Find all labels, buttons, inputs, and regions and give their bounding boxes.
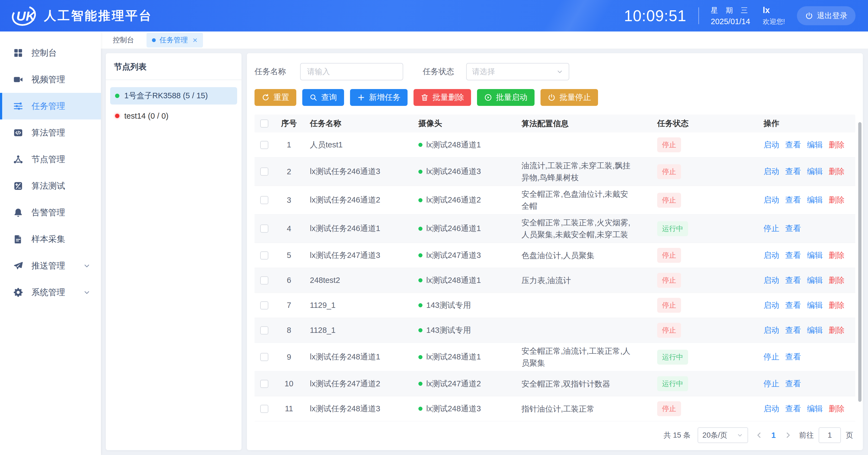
sidebar-item-algtest[interactable]: 算法测试 bbox=[0, 173, 101, 199]
table-header: 序号 任务名称 摄像头 算法配置信息 任务状态 操作 bbox=[254, 115, 855, 132]
next-page-button[interactable] bbox=[784, 431, 792, 439]
action-delete[interactable]: 删除 bbox=[829, 403, 844, 414]
action-edit[interactable]: 编辑 bbox=[807, 140, 823, 150]
action-stop[interactable]: 停止 bbox=[764, 223, 779, 234]
sidebar-item-alarm[interactable]: 告警管理 bbox=[0, 199, 101, 226]
row-actions: 启动查看编辑删除 bbox=[757, 166, 855, 177]
action-edit[interactable]: 编辑 bbox=[807, 195, 823, 206]
action-start[interactable]: 启动 bbox=[764, 166, 779, 177]
camera-name: lx测试247通道2 bbox=[426, 378, 481, 389]
sidebar-item-algorithm[interactable]: 算法管理 bbox=[0, 119, 101, 146]
action-view[interactable]: 查看 bbox=[785, 223, 801, 234]
row-checkbox[interactable] bbox=[260, 141, 268, 149]
row-checkbox[interactable] bbox=[260, 326, 268, 334]
username: lx bbox=[763, 5, 785, 15]
tab-console[interactable]: 控制台 bbox=[113, 35, 134, 45]
action-edit[interactable]: 编辑 bbox=[807, 325, 823, 336]
action-start[interactable]: 启动 bbox=[764, 325, 779, 336]
sidebar-item-console[interactable]: 控制台 bbox=[0, 40, 101, 66]
add-task-button[interactable]: 新增任务 bbox=[350, 89, 407, 106]
action-edit[interactable]: 编辑 bbox=[807, 275, 823, 286]
action-edit[interactable]: 编辑 bbox=[807, 250, 823, 261]
action-edit[interactable]: 编辑 bbox=[807, 300, 823, 311]
action-view[interactable]: 查看 bbox=[785, 300, 801, 311]
sidebar-item-label: 算法测试 bbox=[31, 180, 65, 192]
action-view[interactable]: 查看 bbox=[785, 195, 801, 206]
action-delete[interactable]: 删除 bbox=[829, 140, 844, 150]
action-view[interactable]: 查看 bbox=[785, 378, 801, 389]
action-view[interactable]: 查看 bbox=[785, 275, 801, 286]
sidebar-item-node[interactable]: 节点管理 bbox=[0, 146, 101, 173]
row-checkbox[interactable] bbox=[260, 405, 268, 413]
row-checkbox[interactable] bbox=[260, 301, 268, 309]
row-index: 11 bbox=[274, 404, 304, 413]
action-stop[interactable]: 停止 bbox=[764, 352, 779, 362]
code-icon bbox=[13, 128, 23, 138]
sidebar-item-video[interactable]: 视频管理 bbox=[0, 66, 101, 93]
refresh-icon bbox=[261, 93, 270, 101]
action-start[interactable]: 启动 bbox=[764, 275, 779, 286]
batch-stop-button[interactable]: 批量停止 bbox=[540, 89, 598, 106]
action-delete[interactable]: 删除 bbox=[829, 300, 844, 311]
action-start[interactable]: 启动 bbox=[764, 140, 779, 150]
camera-cell: lx测试246通道2 bbox=[412, 195, 516, 206]
sidebar-item-sample[interactable]: 样本采集 bbox=[0, 226, 101, 252]
batch-start-button[interactable]: 批量启动 bbox=[477, 89, 534, 106]
action-stop[interactable]: 停止 bbox=[764, 378, 779, 389]
task-status-select[interactable]: 请选择 bbox=[466, 63, 569, 80]
sidebar-item-label: 系统管理 bbox=[31, 287, 65, 298]
row-actions: 停止查看 bbox=[757, 378, 855, 389]
row-checkbox[interactable] bbox=[260, 251, 268, 260]
action-view[interactable]: 查看 bbox=[785, 403, 801, 414]
task-name: lx测试任务247通道3 bbox=[304, 250, 412, 261]
user-block: lx 欢迎您! bbox=[763, 5, 785, 26]
query-button[interactable]: 查询 bbox=[302, 89, 344, 106]
row-checkbox[interactable] bbox=[260, 196, 268, 204]
node-item[interactable]: 1号盒子RK3588 (5 / 15) bbox=[110, 87, 237, 104]
logout-button[interactable]: 退出登录 bbox=[797, 6, 856, 25]
close-icon[interactable]: × bbox=[193, 36, 197, 44]
current-page[interactable]: 1 bbox=[771, 431, 776, 440]
row-checkbox[interactable] bbox=[260, 353, 268, 361]
action-view[interactable]: 查看 bbox=[785, 140, 801, 150]
row-index: 7 bbox=[274, 301, 304, 310]
action-view[interactable]: 查看 bbox=[785, 250, 801, 261]
action-delete[interactable]: 删除 bbox=[829, 250, 844, 261]
task-name-input[interactable] bbox=[300, 63, 403, 80]
row-index: 9 bbox=[274, 353, 304, 362]
goto-page-input[interactable] bbox=[818, 427, 841, 443]
action-start[interactable]: 启动 bbox=[764, 250, 779, 261]
tab-task-management[interactable]: 任务管理 × bbox=[147, 33, 203, 48]
action-view[interactable]: 查看 bbox=[785, 352, 801, 362]
batch-delete-button[interactable]: 批量删除 bbox=[413, 89, 471, 106]
app-logo: UK 人工智能推理平台 bbox=[11, 4, 153, 28]
sidebar-item-task[interactable]: 任务管理 bbox=[0, 93, 101, 119]
row-actions: 停止查看 bbox=[757, 352, 855, 362]
vertical-scrollbar[interactable] bbox=[858, 122, 862, 402]
action-delete[interactable]: 删除 bbox=[829, 275, 844, 286]
page-size-select[interactable]: 20条/页 bbox=[698, 427, 748, 443]
prev-page-button[interactable] bbox=[755, 431, 763, 439]
reset-button[interactable]: 重置 bbox=[254, 89, 296, 106]
sidebar-item-push[interactable]: 推送管理 bbox=[0, 252, 101, 279]
action-start[interactable]: 启动 bbox=[764, 195, 779, 206]
row-checkbox[interactable] bbox=[260, 276, 268, 284]
node-item[interactable]: test14 (0 / 0) bbox=[110, 107, 237, 125]
row-actions: 启动查看编辑删除 bbox=[757, 403, 855, 414]
algorithm-config: 压力表,油流计 bbox=[516, 274, 651, 286]
sidebar-item-system[interactable]: 系统管理 bbox=[0, 279, 101, 306]
row-checkbox[interactable] bbox=[260, 380, 268, 388]
action-edit[interactable]: 编辑 bbox=[807, 166, 823, 177]
select-all-checkbox[interactable] bbox=[260, 119, 268, 128]
action-delete[interactable]: 删除 bbox=[829, 325, 844, 336]
action-delete[interactable]: 删除 bbox=[829, 195, 844, 206]
row-checkbox[interactable] bbox=[260, 168, 268, 176]
action-start[interactable]: 启动 bbox=[764, 300, 779, 311]
action-delete[interactable]: 删除 bbox=[829, 166, 844, 177]
action-view[interactable]: 查看 bbox=[785, 325, 801, 336]
action-view[interactable]: 查看 bbox=[785, 166, 801, 177]
action-start[interactable]: 启动 bbox=[764, 403, 779, 414]
action-edit[interactable]: 编辑 bbox=[807, 403, 823, 414]
row-checkbox[interactable] bbox=[260, 224, 268, 233]
power-icon bbox=[548, 93, 556, 101]
